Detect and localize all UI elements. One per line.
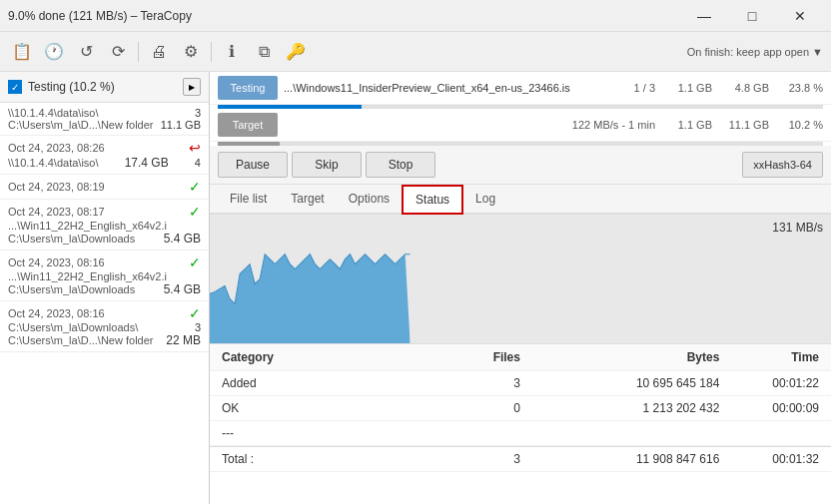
item-date: Oct 24, 2023, 08:19 xyxy=(8,181,105,193)
title-bar: 9.0% done (121 MB/s) – TeraCopy — □ ✕ xyxy=(0,0,831,32)
skip-button[interactable]: Skip xyxy=(292,152,362,178)
toolbar-separator xyxy=(138,42,139,62)
list-item[interactable]: Oct 24, 2023, 08:26 ↩ \\10.1.4.4\data\is… xyxy=(0,136,209,175)
window-controls: — □ ✕ xyxy=(681,0,823,32)
stats-row-ok: OK 0 1 213 202 432 00:00:09 xyxy=(210,396,831,421)
source-fraction: 1 / 3 xyxy=(610,82,655,94)
hash-button[interactable]: xxHash3-64 xyxy=(742,152,823,178)
item-row: ...\Win11_22H2_English_x64v2.i xyxy=(8,270,201,282)
reload-button[interactable]: ↺ xyxy=(72,38,100,66)
info-button[interactable]: ℹ xyxy=(218,38,246,66)
list-item[interactable]: Oct 24, 2023, 08:16 ✓ C:\Users\m_la\Down… xyxy=(0,301,209,352)
stats-row-sep: --- xyxy=(210,421,831,446)
maximize-button[interactable]: □ xyxy=(729,0,775,32)
target-total: 11.1 GB xyxy=(724,119,769,131)
source-total: 4.8 GB xyxy=(724,82,769,94)
target-done: 1.1 GB xyxy=(667,119,712,131)
item-date: Oct 24, 2023, 08:16 xyxy=(8,256,105,268)
source-percent: 23.8 % xyxy=(781,82,823,94)
target-label: Target xyxy=(218,113,278,137)
item-count: 3 xyxy=(195,107,201,119)
item-row2: C:\Users\m_la\Downloads 5.4 GB xyxy=(8,232,201,246)
copy-button[interactable]: ⧉ xyxy=(250,38,278,66)
col-time: Time xyxy=(719,350,819,364)
item-row: C:\Users\m_la\Downloads\ 3 xyxy=(8,321,201,333)
target-percent: 10.2 % xyxy=(781,119,823,131)
item-dest: C:\Users\m_la\D...\New folder 11.1 GB xyxy=(8,119,201,131)
error-icon: ↩ xyxy=(189,140,201,156)
play-button[interactable]: ▶ xyxy=(183,78,201,96)
source-label: Testing xyxy=(218,76,278,100)
ok-icon: ✓ xyxy=(189,254,201,270)
action-row: Pause Skip Stop xxHash3-64 xyxy=(210,146,831,185)
status-tab[interactable]: Status xyxy=(402,185,463,215)
item-row: ...\Win11_22H2_English_x64v2.i xyxy=(8,220,201,232)
source-transfer-row: Testing ...\Windows11_InsiderPreview_Cli… xyxy=(210,72,831,105)
list-item[interactable]: Oct 24, 2023, 08:16 ✓ ...\Win11_22H2_Eng… xyxy=(0,251,209,301)
col-files: Files xyxy=(420,350,520,364)
close-button[interactable]: ✕ xyxy=(777,0,823,32)
left-panel: ✓ Testing (10.2 %) ▶ \\10.1.4.4\data\iso… xyxy=(0,72,210,504)
tabs-row: File list Target Options Status Log xyxy=(210,185,831,215)
minimize-button[interactable]: — xyxy=(681,0,727,32)
stats-row-added: Added 3 10 695 645 184 00:01:22 xyxy=(210,371,831,396)
item-row: \\10.1.4.4\data\iso\ 17.4 GB 4 xyxy=(8,156,201,170)
item-date: Oct 24, 2023, 08:26 xyxy=(8,142,105,154)
source-speed: 1.1 GB xyxy=(667,82,712,94)
item-path: \\10.1.4.4\data\iso\ xyxy=(8,107,99,119)
list-item[interactable]: Oct 24, 2023, 08:19 ✓ xyxy=(0,175,209,200)
refresh-button[interactable]: ⟳ xyxy=(104,38,132,66)
item-row2: C:\Users\m_la\Downloads 5.4 GB xyxy=(8,282,201,296)
item-date: Oct 24, 2023, 08:17 xyxy=(8,206,105,218)
list-item[interactable]: \\10.1.4.4\data\iso\ 3 C:\Users\m_la\D..… xyxy=(0,103,209,136)
ok-icon: ✓ xyxy=(189,305,201,321)
toolbar: 📋 🕐 ↺ ⟳ 🖨 ⚙ ℹ ⧉ 🔑 On finish: keep app op… xyxy=(0,32,831,72)
source-filename: ...\Windows11_InsiderPreview_Client_x64_… xyxy=(284,82,604,94)
toolbar-separator2 xyxy=(211,42,212,62)
history-button[interactable]: 🕐 xyxy=(40,38,68,66)
svg-rect-2 xyxy=(411,254,831,343)
stats-header: Category Files Bytes Time xyxy=(210,344,831,371)
print-button[interactable]: 🖨 xyxy=(145,38,173,66)
list-item[interactable]: Oct 24, 2023, 08:17 ✓ ...\Win11_22H2_Eng… xyxy=(0,200,209,251)
col-category: Category xyxy=(222,350,420,364)
new-button[interactable]: 📋 xyxy=(8,38,36,66)
ok-icon: ✓ xyxy=(189,204,201,220)
target-stats: 122 MB/s - 1 min 1.1 GB 11.1 GB 10.2 % xyxy=(284,119,823,131)
col-bytes: Bytes xyxy=(520,350,719,364)
ok-icon: ✓ xyxy=(189,179,201,195)
stop-button[interactable]: Stop xyxy=(366,152,435,178)
options-tab[interactable]: Options xyxy=(337,186,402,214)
chart-speed-label: 131 MB/s xyxy=(772,221,823,235)
right-panel: Testing ...\Windows11_InsiderPreview_Cli… xyxy=(210,72,831,504)
item-row2: C:\Users\m_la\D...\New folder 22 MB xyxy=(8,333,201,347)
source-stats: 1 / 3 1.1 GB 4.8 GB 23.8 % xyxy=(610,82,823,94)
pause-button[interactable]: Pause xyxy=(218,152,288,178)
window-title: 9.0% done (121 MB/s) – TeraCopy xyxy=(8,9,192,23)
stats-row-total: Total : 3 11 908 847 616 00:01:32 xyxy=(210,446,831,472)
on-finish-label: On finish: keep app open ▼ xyxy=(687,46,823,58)
key-button[interactable]: 🔑 xyxy=(282,38,310,66)
settings-button[interactable]: ⚙ xyxy=(177,38,205,66)
left-panel-title: Testing (10.2 %) xyxy=(28,80,177,94)
item-date: Oct 24, 2023, 08:16 xyxy=(8,307,105,319)
chart-area: 131 MB/s xyxy=(210,215,831,344)
target-tab[interactable]: Target xyxy=(279,186,336,214)
chart-svg xyxy=(210,215,831,343)
main-container: ✓ Testing (10.2 %) ▶ \\10.1.4.4\data\iso… xyxy=(0,72,831,504)
target-speed: 122 MB/s - 1 min xyxy=(572,119,655,131)
log-tab[interactable]: Log xyxy=(463,186,507,214)
target-transfer-row: Target 122 MB/s - 1 min 1.1 GB 11.1 GB 1… xyxy=(210,109,831,142)
left-panel-header: ✓ Testing (10.2 %) ▶ xyxy=(0,72,209,103)
file-list-tab[interactable]: File list xyxy=(218,186,279,214)
checkbox-icon: ✓ xyxy=(8,80,22,94)
stats-table: Category Files Bytes Time Added 3 10 695… xyxy=(210,344,831,504)
